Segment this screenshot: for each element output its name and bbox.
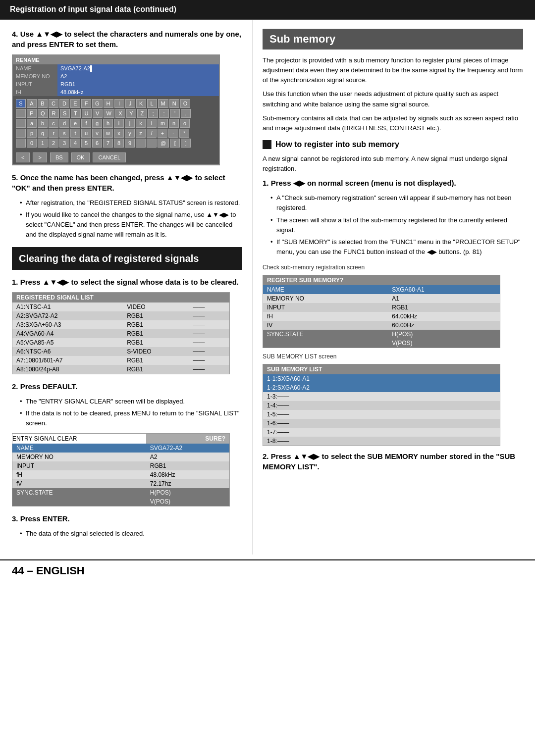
step2-clear-bullet-2: If the data is not to be cleared, press … — [19, 408, 242, 428]
sub-memory-list-caption: SUB MEMORY LIST screen — [263, 353, 523, 360]
entry-clear-name: NAME SVGA72-A2 — [12, 444, 229, 453]
sub-memory-intro-3: Sub-memory contains all data that can be… — [263, 113, 523, 133]
keyboard-area: S A B C D E F G H I J K L M N — [13, 96, 219, 151]
page-header: Registration of input signal data (conti… — [0, 0, 535, 20]
entry-clear-sync: SYNC.STATE H(POS) — [12, 488, 229, 497]
step5-block: 5. Once the name has been changed, press… — [12, 172, 242, 240]
signal-row-8: A8:1080/24p-A8 RGB1 —— — [12, 365, 229, 374]
step1-clear-block: 1. Press ▲▼◀▶ to select the signal whose… — [12, 277, 242, 374]
sub-list-row-6: 1-6:—— — [263, 419, 500, 428]
rename-info-table: NAME SVGA72-A2▌ MEMORY NO A2 INPUT RGB1 … — [13, 64, 219, 96]
main-content: 4. Use ▲▼◀▶ to select the characters and… — [0, 20, 535, 554]
step1-clear-heading: 1. Press ▲▼◀▶ to select the signal whose… — [12, 277, 242, 287]
step4-block: 4. Use ▲▼◀▶ to select the characters and… — [12, 29, 242, 165]
step2-sub-heading: 2. Press ▲▼◀▶ to select the SUB MEMORY n… — [263, 451, 523, 472]
sub-memory-title: Sub memory — [263, 29, 523, 50]
entry-clear-header: ENTRY SIGNAL CLEAR SURE? — [12, 434, 229, 444]
step1-sub-bullet-2: The screen will show a list of the sub-m… — [269, 215, 523, 235]
left-column: 4. Use ▲▼◀▶ to select the characters and… — [0, 20, 253, 554]
step4-heading: 4. Use ▲▼◀▶ to select the characters and… — [12, 29, 242, 50]
clearing-section-title: Clearing the data of registered signals — [12, 247, 242, 270]
kbd-row-5: 0 1 2 3 4 5 6 7 8 9 @ [ ] — [16, 139, 216, 148]
sub-memory-list-screen: SUB MEMORY LIST 1-1:SXGA60-A1 1-2:SXGA60… — [263, 364, 500, 446]
step1-sub-heading: 1. Press ◀▶ on normal screen (menu is no… — [263, 178, 523, 188]
rename-row-memno: MEMORY NO A2 — [13, 72, 219, 80]
signal-list-table: REGISTERED SIGNAL LIST A1:NTSC-A1 VIDEO … — [12, 292, 230, 374]
signal-list-header: REGISTERED SIGNAL LIST — [12, 293, 229, 302]
check-sub-caption: Check sub-memory registration screen — [263, 264, 523, 271]
step3-clear-heading: 3. Press ENTER. — [12, 513, 242, 524]
step5-bullet-2: If you would like to cancel the changes … — [19, 210, 242, 240]
rename-title: RENAME — [13, 55, 219, 64]
check-sub-fv: fV 60.00Hz — [263, 321, 500, 330]
step3-clear-block: 3. Press ENTER. The data of the signal s… — [12, 513, 242, 539]
step1-sub-bullet-3: If "SUB MEMORY" is selected from the "FU… — [269, 237, 523, 257]
signal-row-6: A6:NTSC-A6 S-VIDEO —— — [12, 347, 229, 356]
check-sub-fh: fH 64.00kHz — [263, 312, 500, 321]
step1-sub-block: 1. Press ◀▶ on normal screen (menu is no… — [263, 178, 523, 257]
right-column: Sub memory The projector is provided wit… — [253, 20, 535, 554]
signal-row-2: A2:SVGA72-A2 RGB1 —— — [12, 311, 229, 320]
sub-memory-register-text: A new signal cannot be registered into s… — [263, 154, 523, 174]
step5-heading: 5. Once the name has been changed, press… — [12, 172, 242, 193]
entry-clear-memno: MEMORY NO A2 — [12, 453, 229, 461]
check-sub-vpos: V(POS) — [263, 339, 500, 348]
check-sub-memno: MEMORY NO A1 — [263, 294, 500, 303]
rename-row-input: INPUT RGB1 — [13, 80, 219, 88]
check-sub-header: REGISTER SUB MEMORY? — [263, 275, 500, 285]
rename-row-name: NAME SVGA72-A2▌ — [13, 64, 219, 72]
how-to-label: How to register into sub memory — [275, 140, 399, 149]
page-footer: 44 – ENGLISH — [0, 559, 535, 581]
sub-list-row-5: 1-5:—— — [263, 410, 500, 419]
check-sub-input: INPUT RGB1 — [263, 303, 500, 312]
check-sub-screen: REGISTER SUB MEMORY? NAME SXGA60-A1 MEMO… — [263, 275, 500, 348]
sub-list-header: SUB MEMORY LIST — [263, 364, 500, 374]
black-square-icon — [263, 140, 271, 149]
entry-clear-screen: ENTRY SIGNAL CLEAR SURE? NAME SVGA72-A2 … — [12, 433, 230, 506]
entry-clear-input: INPUT RGB1 — [12, 461, 229, 470]
kbd-row-2: P Q R S T U V W X Y Z ; : ' . — [16, 109, 216, 118]
signal-row-7: A7:10801/601-A7 RGB1 —— — [12, 356, 229, 365]
signal-row-1: A1:NTSC-A1 VIDEO —— — [12, 302, 229, 311]
entry-clear-vpos: V(POS) — [12, 497, 229, 506]
check-sub-name: NAME SXGA60-A1 — [263, 285, 500, 294]
step2-clear-bullet-1: The "ENTRY SIGNAL CLEAR" screen will be … — [19, 397, 242, 406]
sub-list-row-3: 1-3:—— — [263, 392, 500, 401]
step5-bullet-1: After registration, the "REGISTERED SIGN… — [19, 198, 242, 208]
rename-screen-mockup: RENAME NAME SVGA72-A2▌ MEMORY NO A2 INPU… — [12, 54, 220, 165]
step2-clear-block: 2. Press DEFAULT. The "ENTRY SIGNAL CLEA… — [12, 381, 242, 506]
kbd-row-3: a b c d e f g h i j k l m n o — [16, 119, 216, 128]
sub-memory-intro-2: Use this function when the user needs ad… — [263, 89, 523, 109]
sub-memory-intro-1: The projector is provided with a sub mem… — [263, 55, 523, 85]
entry-clear-fh: fH 48.08kHz — [12, 470, 229, 479]
sub-list-row-2: 1-2:SXGA60-A2 — [263, 383, 500, 392]
rename-row-fh: fH 48.08kHz — [13, 88, 219, 96]
check-sub-sync: SYNC.STATE H(POS) — [263, 330, 500, 339]
sub-list-row-8: 1-8:—— — [263, 437, 500, 446]
how-to-heading: How to register into sub memory — [263, 140, 523, 149]
keyboard-bottom: < > BS OK CANCEL — [13, 151, 219, 164]
entry-clear-fv: fV 72.17hz — [12, 479, 229, 488]
signal-row-4: A4:VGA60-A4 RGB1 —— — [12, 329, 229, 338]
step2-sub-block: 2. Press ▲▼◀▶ to select the SUB MEMORY n… — [263, 451, 523, 472]
kbd-row-1: S A B C D E F G H I J K L M N — [16, 99, 216, 108]
header-title: Registration of input signal data (conti… — [10, 5, 176, 13]
step1-sub-bullet-1: A "Check sub-memory registration" screen… — [269, 193, 523, 213]
sub-list-row-1: 1-1:SXGA60-A1 — [263, 374, 500, 383]
step3-clear-bullet-1: The data of the signal selected is clear… — [19, 529, 242, 539]
signal-row-5: A5:VGA85-A5 RGB1 —— — [12, 338, 229, 347]
signal-row-3: A3:SXGA+60-A3 RGB1 —— — [12, 320, 229, 329]
step2-clear-heading: 2. Press DEFAULT. — [12, 381, 242, 392]
sub-list-row-4: 1-4:—— — [263, 401, 500, 410]
sub-list-row-7: 1-7:—— — [263, 428, 500, 437]
kbd-row-4: p q r s t u v w x y z / + - * — [16, 129, 216, 138]
